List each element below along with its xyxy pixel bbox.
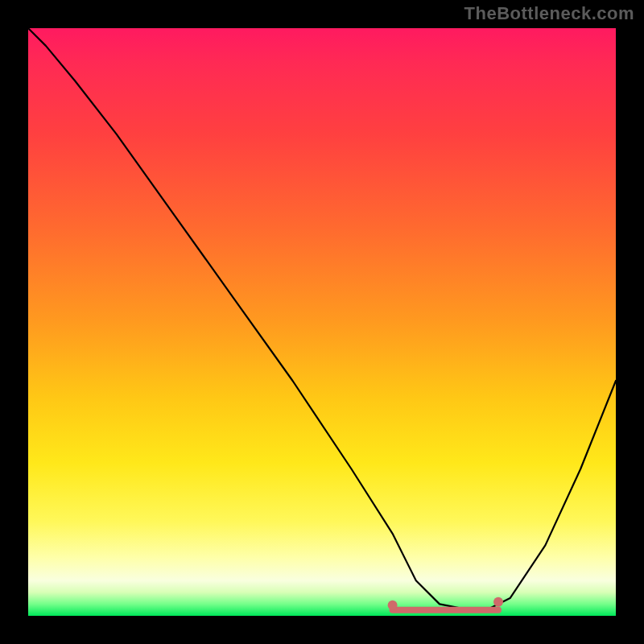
curve-line [28,28,616,610]
plot-area [28,28,616,616]
chart-frame: TheBottleneck.com [0,0,644,644]
watermark-text: TheBottleneck.com [464,3,634,24]
chart-svg [28,28,616,616]
trough-dot-left [388,601,398,610]
trough-dot-right [493,597,503,607]
